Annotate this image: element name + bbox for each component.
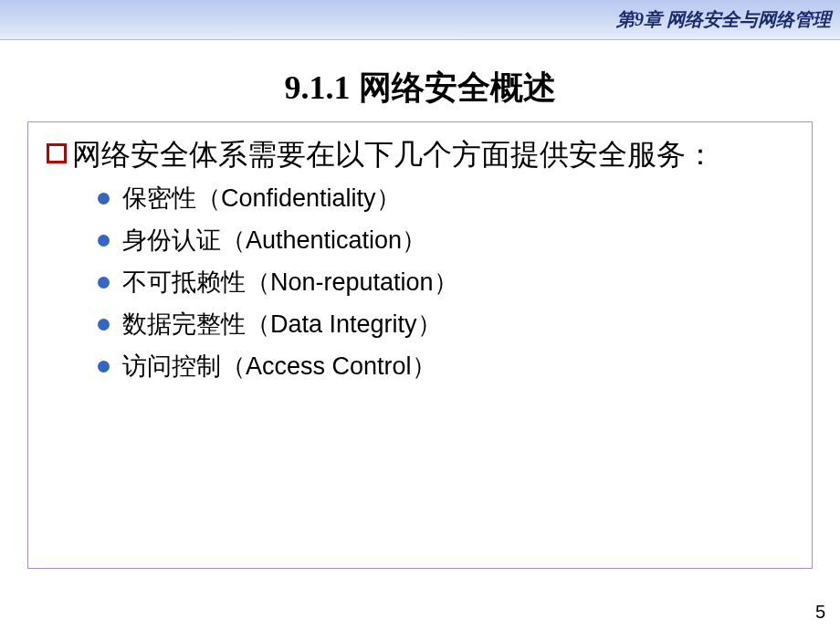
list-item: 数据完整性（Data Integrity） [98, 308, 793, 341]
main-bullet-text: 网络安全体系需要在以下几个方面提供安全服务： [72, 135, 715, 174]
service-en: Confidentiality [221, 184, 376, 212]
service-cn: 不可抵赖性 [122, 268, 246, 296]
service-text: 不可抵赖性（Non-reputation） [122, 266, 458, 299]
list-item: 不可抵赖性（Non-reputation） [98, 266, 793, 299]
dot-bullet-icon [98, 319, 110, 331]
slide: 第9章 网络安全与网络管理 9.1.1 网络安全概述 网络安全体系需要在以下几个… [0, 0, 840, 630]
dot-bullet-icon [98, 235, 110, 247]
service-text: 身份认证（Authentication） [122, 224, 426, 257]
content-box: 网络安全体系需要在以下几个方面提供安全服务： 保密性（Confidentiali… [27, 121, 813, 569]
list-item: 保密性（Confidentiality） [98, 182, 793, 215]
service-cn: 身份认证 [122, 226, 221, 254]
service-text: 保密性（Confidentiality） [122, 182, 401, 215]
service-text: 数据完整性（Data Integrity） [122, 308, 442, 341]
slide-title: 9.1.1 网络安全概述 [0, 66, 840, 110]
service-list: 保密性（Confidentiality） 身份认证（Authentication… [98, 182, 793, 383]
header-bar: 第9章 网络安全与网络管理 [0, 0, 840, 40]
service-cn: 访问控制 [122, 352, 221, 380]
service-en: Data Integrity [270, 310, 417, 338]
main-bullet: 网络安全体系需要在以下几个方面提供安全服务： [47, 135, 793, 174]
dot-bullet-icon [98, 193, 110, 205]
chapter-label: 第9章 网络安全与网络管理 [616, 7, 831, 32]
service-cn: 数据完整性 [122, 310, 246, 338]
service-en: Authentication [246, 226, 402, 254]
dot-bullet-icon [98, 361, 110, 373]
dot-bullet-icon [98, 277, 110, 289]
list-item: 访问控制（Access Control） [98, 350, 793, 383]
service-en: Non-reputation [270, 268, 434, 296]
checkbox-bullet-icon [47, 143, 67, 163]
list-item: 身份认证（Authentication） [98, 224, 793, 257]
page-number: 5 [815, 602, 825, 623]
service-en: Access Control [246, 352, 412, 380]
service-cn: 保密性 [122, 184, 196, 212]
service-text: 访问控制（Access Control） [122, 350, 436, 383]
